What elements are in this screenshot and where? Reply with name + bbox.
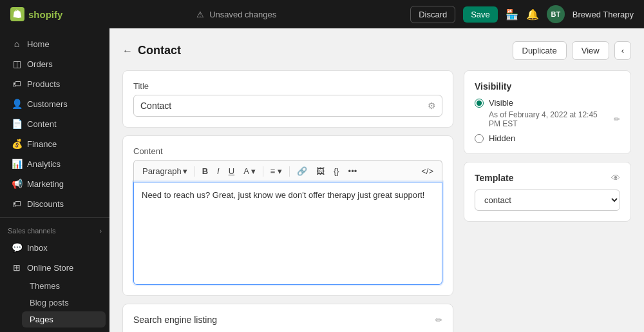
back-button[interactable]: ← bbox=[122, 45, 133, 57]
title-input[interactable] bbox=[133, 95, 442, 117]
pages-label: Pages bbox=[30, 315, 53, 324]
store-icon[interactable]: 🏪 bbox=[506, 8, 518, 21]
sidebar-item-label: Orders bbox=[27, 59, 53, 69]
hidden-radio[interactable] bbox=[475, 134, 484, 143]
toolbar-divider-3 bbox=[289, 166, 290, 177]
sidebar-item-products[interactable]: 🏷 Products bbox=[4, 74, 106, 93]
template-header: Template 👁 bbox=[475, 173, 620, 183]
sidebar-item-label: Content bbox=[27, 119, 57, 129]
content-editor[interactable]: Need to reach us? Great, just know we do… bbox=[133, 182, 442, 285]
format-text: Paragraph bbox=[142, 166, 182, 176]
view-button[interactable]: View bbox=[572, 41, 609, 60]
toolbar-embed-btn[interactable]: {} bbox=[330, 164, 343, 178]
toolbar-color-btn[interactable]: A ▾ bbox=[240, 164, 259, 178]
visibility-title: Visibility bbox=[475, 81, 620, 92]
format-dropdown-icon: ▾ bbox=[183, 166, 187, 176]
visible-radio-row: Visible bbox=[475, 98, 620, 108]
toolbar-format-btn[interactable]: Paragraph ▾ bbox=[139, 164, 191, 178]
sidebar-item-orders[interactable]: ◫ Orders bbox=[4, 54, 106, 73]
toolbar-underline-btn[interactable]: U bbox=[225, 164, 238, 178]
sidebar-item-blog-posts[interactable]: Blog posts bbox=[22, 295, 106, 311]
seo-edit-icon[interactable]: ✏ bbox=[435, 315, 442, 325]
sidebar-divider bbox=[0, 217, 109, 218]
sidebar-item-analytics[interactable]: 📊 Analytics bbox=[4, 154, 106, 173]
toolbar-italic-btn[interactable]: I bbox=[214, 164, 223, 178]
date-text: As of February 4, 2022 at 12:45 PM EST bbox=[489, 110, 610, 128]
themes-label: Themes bbox=[30, 281, 60, 291]
sidebar-item-home[interactable]: ⌂ Home bbox=[4, 34, 106, 54]
sidebar-item-customers[interactable]: 👤 Customers bbox=[4, 94, 106, 113]
sidebar-item-label: Finance bbox=[27, 139, 57, 149]
sidebar-item-pages[interactable]: Pages bbox=[22, 311, 106, 327]
toolbar-align-btn[interactable]: ≡ ▾ bbox=[267, 164, 285, 178]
toolbar-link-btn[interactable]: 🔗 bbox=[294, 164, 310, 178]
hidden-label: Hidden bbox=[489, 133, 515, 143]
toolbar-more-btn[interactable]: ••• bbox=[345, 164, 361, 178]
duplicate-button[interactable]: Duplicate bbox=[513, 41, 567, 60]
seo-title: Search engine listing bbox=[133, 315, 217, 325]
sidebar-item-themes[interactable]: Themes bbox=[22, 278, 106, 294]
marketing-icon: 📢 bbox=[12, 179, 22, 189]
unsaved-changes-text: Unsaved changes bbox=[209, 10, 276, 19]
toolbar-image-btn[interactable]: 🖼 bbox=[313, 164, 328, 178]
template-select[interactable]: contact page bbox=[475, 190, 620, 211]
sidebar-item-label: Inbox bbox=[27, 243, 48, 253]
customers-icon: 👤 bbox=[12, 99, 22, 109]
toolbar-divider-1 bbox=[194, 166, 195, 177]
page-header-left: ← Contact bbox=[122, 44, 181, 57]
visible-radio[interactable] bbox=[475, 99, 484, 108]
sidebar-item-label: Online Store bbox=[27, 263, 73, 273]
template-eye-icon[interactable]: 👁 bbox=[611, 173, 620, 183]
topbar-actions: Discard Save 🏪 🔔 BT Brewed Therapy bbox=[410, 5, 634, 23]
page-header-right: Duplicate View ‹ bbox=[513, 41, 632, 60]
template-title: Template bbox=[475, 173, 513, 183]
store-icon: ⊞ bbox=[12, 262, 22, 273]
sidebar-item-marketing[interactable]: 📢 Marketing bbox=[4, 174, 106, 193]
shopify-text: shopify bbox=[28, 9, 62, 20]
seo-header: Search engine listing ✏ bbox=[133, 315, 442, 325]
home-icon: ⌂ bbox=[12, 39, 22, 49]
products-icon: 🏷 bbox=[12, 79, 22, 89]
section-expand-icon[interactable]: › bbox=[100, 228, 102, 235]
sidebar: ⌂ Home ◫ Orders 🏷 Products 👤 Customers 📄… bbox=[0, 28, 109, 332]
edit-date-icon[interactable]: ✏ bbox=[614, 115, 620, 124]
page-title: Contact bbox=[138, 44, 181, 57]
sidebar-item-label: Home bbox=[27, 39, 50, 49]
orders-icon: ◫ bbox=[12, 59, 22, 69]
seo-card: Search engine listing ✏ Brewed Therapy h… bbox=[122, 304, 453, 332]
finance-icon: 💰 bbox=[12, 139, 22, 149]
visibility-date: As of February 4, 2022 at 12:45 PM EST ✏ bbox=[489, 110, 620, 128]
hidden-radio-row: Hidden bbox=[475, 133, 620, 143]
sidebar-item-label: Analytics bbox=[27, 159, 61, 169]
main-layout: ⌂ Home ◫ Orders 🏷 Products 👤 Customers 📄… bbox=[0, 28, 644, 332]
sales-channels-section: Sales channels › bbox=[0, 222, 109, 237]
two-col-layout: Title ⚙ Content Paragraph ▾ bbox=[122, 70, 631, 332]
sidebar-item-content[interactable]: 📄 Content bbox=[4, 114, 106, 133]
avatar[interactable]: BT bbox=[547, 5, 565, 23]
sidebar-item-navigation[interactable]: Navigation bbox=[22, 328, 106, 332]
save-button[interactable]: Save bbox=[463, 6, 498, 23]
warning-icon: ⚠ bbox=[196, 10, 204, 19]
discard-button[interactable]: Discard bbox=[410, 6, 455, 23]
store-name: Brewed Therapy bbox=[573, 10, 634, 19]
content-label: Content bbox=[133, 146, 442, 156]
page-header: ← Contact Duplicate View ‹ bbox=[122, 41, 631, 60]
content-area: ← Contact Duplicate View ‹ Title ⚙ bbox=[109, 28, 644, 332]
shopify-logo-icon bbox=[10, 7, 24, 21]
sidebar-item-label: Products bbox=[27, 79, 60, 89]
sidebar-item-label: Marketing bbox=[27, 179, 64, 189]
sidebar-item-finance[interactable]: 💰 Finance bbox=[4, 134, 106, 153]
sidebar-item-online-store[interactable]: ⊞ Online Store bbox=[4, 258, 106, 277]
inbox-icon: 💬 bbox=[12, 242, 22, 253]
sidebar-item-discounts[interactable]: 🏷 Discounts bbox=[4, 194, 106, 213]
template-card: Template 👁 contact page bbox=[464, 162, 631, 222]
toolbar-bold-btn[interactable]: B bbox=[199, 164, 211, 178]
bell-icon[interactable]: 🔔 bbox=[526, 8, 539, 21]
sidebar-item-inbox[interactable]: 💬 Inbox bbox=[4, 238, 106, 257]
visibility-card: Visibility Visible As of February 4, 202… bbox=[464, 70, 631, 154]
toolbar-code-btn[interactable]: </> bbox=[418, 164, 437, 178]
online-store-submenu: Themes Blog posts Pages Navigation Prefe… bbox=[0, 278, 109, 332]
editor-toolbar: Paragraph ▾ B I U A ▾ ≡ ▾ 🔗 🖼 {} bbox=[133, 160, 442, 182]
more-actions-button[interactable]: ‹ bbox=[614, 41, 631, 60]
side-column: Visibility Visible As of February 4, 202… bbox=[464, 70, 631, 332]
